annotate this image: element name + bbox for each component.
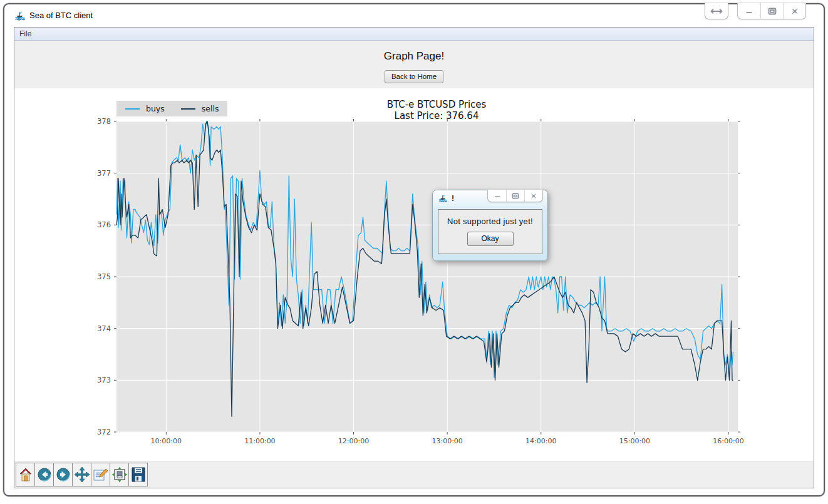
dialog-title: ! — [452, 194, 454, 203]
legend-label-buys: buys — [146, 104, 165, 113]
y-tick-label: 373 — [97, 376, 111, 384]
back-to-home-button[interactable]: Back to Home — [385, 70, 443, 83]
minimize-icon — [494, 193, 501, 198]
chart-title-block: BTC-e BTCUSD Prices Last Price: 376.64 — [280, 99, 593, 121]
dialog-maximize-button[interactable] — [506, 190, 524, 202]
minimize-button[interactable] — [738, 3, 760, 19]
sells-line-swatch — [181, 108, 195, 110]
legend-item-sells: sells — [181, 104, 219, 113]
x-tick-label: 10:00:00 — [151, 437, 182, 445]
x-tick-label: 11:00:00 — [244, 437, 275, 445]
y-tick-label: 372 — [97, 428, 111, 436]
close-icon — [530, 193, 537, 199]
dialog-titlebar: ! — [433, 190, 547, 207]
okay-button[interactable]: Okay — [467, 232, 514, 246]
y-tick-label: 377 — [97, 169, 111, 178]
maximize-icon — [768, 8, 777, 15]
header-band: Graph Page! Back to Home — [14, 41, 814, 88]
y-tick-label: 374 — [97, 324, 111, 333]
dialog-message: Not supported just yet! — [438, 217, 542, 226]
minimize-icon — [745, 8, 753, 14]
y-tick-label: 375 — [97, 272, 111, 281]
x-tick-label: 13:00:00 — [432, 437, 462, 445]
dialog-panel: Not supported just yet! Okay — [438, 209, 542, 254]
main-window: Sea of BTC client — [3, 3, 825, 496]
figure-canvas: 37237337437537637737810:00:0011:00:0012:… — [14, 88, 814, 461]
resize-horizontal-icon — [710, 8, 723, 14]
price-chart: 37237337437537637737810:00:0011:00:0012:… — [14, 88, 816, 495]
x-tick-label: 12:00:00 — [338, 437, 369, 445]
ship-logo-icon — [14, 10, 26, 21]
y-tick-label: 378 — [97, 117, 111, 126]
legend-item-buys: buys — [125, 104, 165, 113]
window-controls — [705, 3, 806, 19]
dialog-close-button[interactable] — [524, 190, 542, 202]
chart-legend: buys sells — [116, 101, 227, 116]
close-icon — [790, 8, 799, 15]
resize-horizontal-button[interactable] — [705, 3, 728, 19]
titlebar: Sea of BTC client — [4, 4, 824, 27]
chart-title: BTC-e BTCUSD Prices — [280, 99, 593, 110]
close-button[interactable] — [783, 3, 805, 19]
y-tick-label: 376 — [97, 220, 111, 229]
dialog-controls — [487, 190, 543, 202]
ship-logo-icon — [438, 193, 448, 203]
page-title: Graph Page! — [14, 41, 814, 63]
menu-bar: File — [14, 28, 814, 41]
not-supported-dialog: ! — [432, 190, 548, 261]
x-tick-label: 16:00:00 — [713, 437, 743, 445]
legend-label-sells: sells — [202, 104, 219, 113]
x-tick-label: 15:00:00 — [619, 437, 650, 445]
buys-line-swatch — [125, 108, 140, 110]
maximize-icon — [512, 193, 519, 199]
app-frame: File Graph Page! Back to Home 3723733743… — [14, 27, 814, 488]
dialog-minimize-button[interactable] — [488, 190, 506, 202]
menu-file[interactable]: File — [14, 28, 36, 38]
window-title: Sea of BTC client — [29, 11, 93, 20]
maximize-button[interactable] — [760, 3, 783, 19]
x-tick-label: 14:00:00 — [525, 437, 556, 445]
chart-last-price: Last Price: 376.64 — [280, 110, 593, 121]
